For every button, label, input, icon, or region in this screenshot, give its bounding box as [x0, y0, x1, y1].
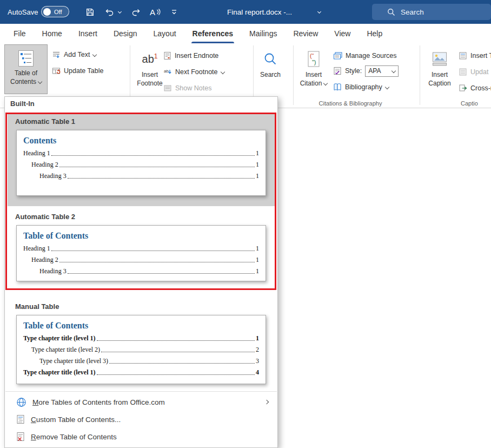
insert-caption-label-2: Caption [428, 79, 450, 88]
tab-references[interactable]: References [184, 24, 242, 43]
add-text-icon [52, 50, 61, 59]
style-select[interactable]: APA [365, 65, 399, 77]
next-footnote-button[interactable]: ab Next Footnote [163, 66, 224, 78]
insert-caption-icon [432, 51, 448, 67]
remove-toc-icon [16, 432, 25, 442]
menu-item-custom-table-of-contents[interactable]: Custom Table of Contents... [5, 411, 277, 428]
insert-endnote-icon [163, 51, 171, 60]
redo-button[interactable] [129, 4, 144, 19]
tab-file[interactable]: File [5, 24, 34, 43]
manage-sources-label: Manage Sources [346, 52, 397, 60]
preview-heading: Contents [23, 136, 259, 146]
undo-icon [104, 8, 114, 16]
cross-reference-button[interactable]: Cross-r [459, 82, 491, 94]
bibliography-icon [333, 83, 342, 91]
menu-item-label: More Tables of Contents from Office.com [32, 398, 165, 406]
insert-caption-button[interactable]: Insert Caption [423, 44, 456, 94]
svg-text:”): ”) [312, 59, 316, 65]
svg-text:ab: ab [164, 69, 169, 74]
update-table-button[interactable]: Update Table [52, 65, 103, 77]
read-aloud-icon: A [150, 8, 155, 17]
gallery-item-manual-table[interactable]: Manual Table Table of Contents Type chap… [8, 298, 275, 384]
toggle-knob-icon [43, 8, 51, 16]
autosave-label: AutoSave [8, 0, 38, 24]
insert-table-of-figures-button[interactable]: Insert T [459, 50, 491, 62]
custom-toc-icon [16, 414, 25, 424]
style-icon [333, 67, 342, 75]
search-lookup-button[interactable]: Search [255, 44, 286, 94]
undo-button[interactable] [102, 4, 117, 19]
quick-access-chevron-icon [171, 9, 177, 15]
preview-heading: Table of Contents [23, 231, 259, 241]
insert-endnote-label: Insert Endnote [175, 52, 218, 60]
undo-dropdown-icon[interactable] [118, 10, 122, 14]
menu-item-label: Remove Table of Contents [31, 433, 117, 441]
menu-divider [5, 391, 277, 392]
toc-button-label-1: Table of [15, 69, 37, 77]
show-notes-label: Show Notes [175, 84, 211, 92]
insert-caption-label-1: Insert [432, 70, 448, 79]
insert-footnote-label-1: Insert [142, 70, 158, 79]
search-button-label: Search [260, 70, 281, 79]
chevron-right-icon [264, 400, 269, 404]
insert-footnote-button[interactable]: ab1 Insert Footnote [133, 44, 167, 94]
add-text-button[interactable]: Add Text [52, 49, 96, 61]
preview-heading: Table of Contents [23, 321, 259, 331]
toc-entry: Heading 21 [23, 161, 259, 168]
quick-access-menu-button[interactable] [168, 4, 181, 19]
chevron-down-icon [392, 69, 396, 73]
save-icon [85, 8, 95, 17]
group-label-captions-partial: Captio [461, 100, 478, 107]
tab-review[interactable]: Review [285, 24, 326, 43]
bibliography-button[interactable]: Bibliography [333, 81, 389, 93]
tab-view[interactable]: View [326, 24, 359, 43]
insert-citation-button[interactable]: (“”) Insert Citation [297, 44, 330, 94]
style-label: Style: [345, 67, 362, 75]
search-icon [387, 8, 395, 16]
group-divider [293, 45, 294, 105]
gallery-item-automatic-table-1[interactable]: Automatic Table 1 Contents Heading 11 He… [8, 113, 275, 206]
tab-design[interactable]: Design [105, 24, 145, 43]
manage-sources-button[interactable]: Manage Sources [333, 50, 397, 62]
insert-endnote-button[interactable]: Insert Endnote [163, 50, 218, 62]
insert-footnote-label-2: Footnote [137, 79, 162, 88]
update-table-of-figures-icon [459, 68, 467, 76]
autosave-toggle[interactable]: Off [41, 6, 69, 17]
tab-layout[interactable]: Layout [145, 24, 184, 43]
insert-citation-label-1: Insert [306, 70, 322, 79]
menu-item-remove-table-of-contents[interactable]: Remove Table of Contents [5, 428, 277, 445]
add-text-label: Add Text [64, 51, 90, 58]
tab-home[interactable]: Home [34, 24, 70, 43]
update-table-of-figures-button[interactable]: Updat [459, 66, 488, 78]
table-of-contents-button[interactable]: Table of Contents [4, 44, 48, 94]
gallery-item-title: Manual Table [8, 298, 275, 313]
update-table-of-figures-label: Updat [470, 68, 488, 76]
redo-icon [131, 8, 141, 16]
chevron-down-icon [38, 80, 42, 84]
svg-text:(“: (“ [310, 52, 314, 59]
tab-help[interactable]: Help [359, 24, 390, 43]
next-footnote-icon: ab [163, 68, 172, 76]
tab-insert[interactable]: Insert [70, 24, 105, 43]
group-divider [420, 45, 420, 105]
toc-entry: Heading 21 [23, 256, 259, 263]
show-notes-icon [163, 84, 172, 93]
insert-table-of-figures-label: Insert T [470, 52, 491, 60]
toc-entry: Heading 31 [23, 268, 259, 275]
search-box[interactable]: Search [372, 4, 491, 20]
tab-mailings[interactable]: Mailings [241, 24, 285, 43]
insert-citation-label-2: Citation [300, 79, 322, 88]
bibliography-label: Bibliography [345, 83, 382, 91]
toc-entry: Type chapter title (level 1)4 [23, 369, 259, 376]
gallery-item-title: Automatic Table 1 [8, 113, 275, 128]
save-button[interactable] [82, 4, 97, 19]
manage-sources-icon [333, 51, 342, 60]
chevron-down-icon [323, 81, 328, 85]
insert-citation-icon: (“”) [307, 50, 321, 68]
menu-item-more-tables-from-office[interactable]: More Tables of Contents from Office.com [5, 393, 277, 411]
read-aloud-button[interactable]: A [146, 4, 164, 19]
cross-reference-icon [459, 84, 467, 93]
gallery-item-automatic-table-2[interactable]: Automatic Table 2 Table of Contents Head… [8, 208, 275, 281]
show-notes-button[interactable]: Show Notes [163, 82, 211, 94]
toc-entry: Heading 31 [23, 173, 259, 180]
